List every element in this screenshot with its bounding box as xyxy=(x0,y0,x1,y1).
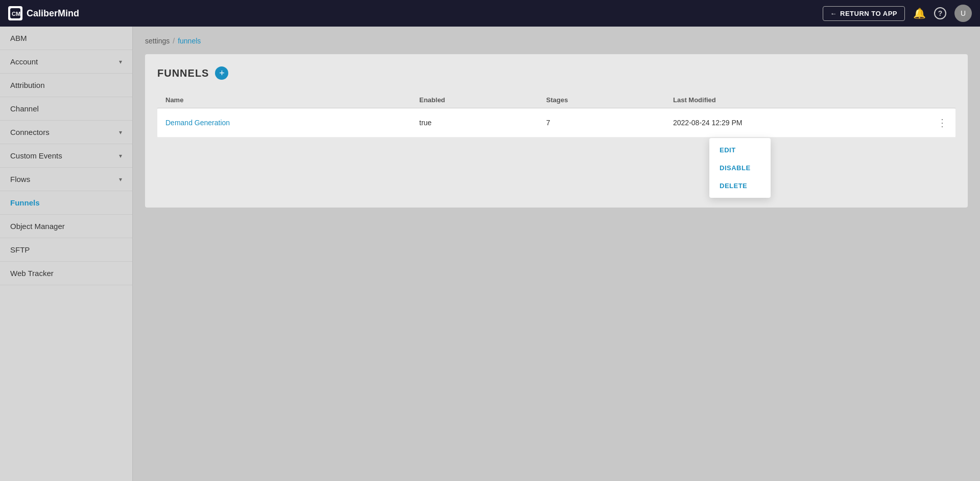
context-menu: EDITDISABLEDELETE xyxy=(709,138,771,198)
bell-icon: 🔔 xyxy=(913,7,926,19)
sidebar-item-channel[interactable]: Channel xyxy=(0,97,132,121)
table-col-header-0: Name xyxy=(165,96,419,104)
sidebar-item-custom-events[interactable]: Custom Events▾ xyxy=(0,144,132,168)
context-menu-item-disable[interactable]: DISABLE xyxy=(709,159,771,177)
sidebar-item-connectors[interactable]: Connectors▾ xyxy=(0,121,132,144)
sidebar-item-object-manager[interactable]: Object Manager xyxy=(0,215,132,238)
table-cell-name[interactable]: Demand Generation xyxy=(165,119,419,127)
return-arrow-icon: ← xyxy=(830,10,838,17)
table-col-header-3: Last Modified xyxy=(673,96,927,104)
sidebar-label-custom-events: Custom Events xyxy=(10,151,62,160)
app-name: CaliberMind xyxy=(27,8,79,19)
table-header: NameEnabledStagesLast Modified xyxy=(157,92,955,108)
card-header: FUNNELS + xyxy=(157,66,955,80)
sidebar-label-attribution: Attribution xyxy=(10,81,45,89)
sidebar-label-connectors: Connectors xyxy=(10,128,50,136)
context-menu-item-edit[interactable]: EDIT xyxy=(709,141,771,159)
breadcrumb-separator: / xyxy=(173,37,175,45)
sidebar-label-sftp: SFTP xyxy=(10,245,30,254)
logo-icon: CM xyxy=(8,6,22,20)
breadcrumb-parent[interactable]: settings xyxy=(145,37,170,45)
return-to-app-label: RETURN TO APP xyxy=(840,10,897,17)
context-menu-item-delete[interactable]: DELETE xyxy=(709,177,771,195)
table-col-header-4 xyxy=(927,96,947,104)
table-row: Demand Generationtrue72022-08-24 12:29 P… xyxy=(157,108,955,138)
sidebar-item-flows[interactable]: Flows▾ xyxy=(0,168,132,191)
sidebar-label-channel: Channel xyxy=(10,104,39,113)
chevron-down-icon-account: ▾ xyxy=(119,58,122,65)
help-icon: ? xyxy=(934,7,946,19)
sidebar-label-flows: Flows xyxy=(10,175,30,184)
funnels-card: FUNNELS + NameEnabledStagesLast Modified… xyxy=(145,54,968,208)
sidebar-label-web-tracker: Web Tracker xyxy=(10,269,54,278)
breadcrumb: settings / funnels xyxy=(145,37,968,45)
table-col-header-2: Stages xyxy=(546,96,674,104)
breadcrumb-current[interactable]: funnels xyxy=(178,37,201,45)
logo-area: CM CaliberMind xyxy=(8,6,79,20)
avatar[interactable]: U xyxy=(954,5,972,22)
top-nav: CM CaliberMind ← RETURN TO APP 🔔 ? U xyxy=(0,0,980,27)
sidebar-item-abm[interactable]: ABM xyxy=(0,27,132,50)
sidebar-item-attribution[interactable]: Attribution xyxy=(0,74,132,97)
chevron-down-icon-connectors: ▾ xyxy=(119,129,122,136)
svg-text:CM: CM xyxy=(12,11,20,17)
sidebar-label-account: Account xyxy=(10,57,38,66)
avatar-initials: U xyxy=(961,9,966,17)
nav-right: ← RETURN TO APP 🔔 ? U xyxy=(823,5,972,22)
sidebar-item-funnels[interactable]: Funnels xyxy=(0,191,132,215)
sidebar-label-abm: ABM xyxy=(10,34,27,42)
notifications-button[interactable]: 🔔 xyxy=(913,7,926,19)
add-funnel-button[interactable]: + xyxy=(215,66,228,80)
chevron-down-icon-custom-events: ▾ xyxy=(119,152,122,159)
sidebar-item-web-tracker[interactable]: Web Tracker xyxy=(0,262,132,285)
table-col-header-1: Enabled xyxy=(419,96,546,104)
help-button[interactable]: ? xyxy=(934,7,946,19)
sidebar-label-funnels: Funnels xyxy=(10,198,40,207)
sidebar-label-object-manager: Object Manager xyxy=(10,222,65,231)
sidebar: ABMAccount▾AttributionChannelConnectors▾… xyxy=(0,27,133,481)
sidebar-item-account[interactable]: Account▾ xyxy=(0,50,132,74)
table-cell-stages: 7 xyxy=(546,119,674,127)
page-title: FUNNELS xyxy=(157,67,209,79)
sidebar-item-sftp[interactable]: SFTP xyxy=(0,238,132,262)
chevron-down-icon-flows: ▾ xyxy=(119,176,122,183)
return-to-app-button[interactable]: ← RETURN TO APP xyxy=(823,6,905,21)
table-cell-enabled: true xyxy=(419,119,546,127)
table-cell-last-modified: 2022-08-24 12:29 PM xyxy=(673,119,927,127)
layout: ABMAccount▾AttributionChannelConnectors▾… xyxy=(0,27,980,481)
table-body: Demand Generationtrue72022-08-24 12:29 P… xyxy=(157,108,955,138)
main-content: settings / funnels FUNNELS + NameEnabled… xyxy=(133,27,980,481)
row-more-button[interactable]: ⋮ xyxy=(937,117,947,129)
